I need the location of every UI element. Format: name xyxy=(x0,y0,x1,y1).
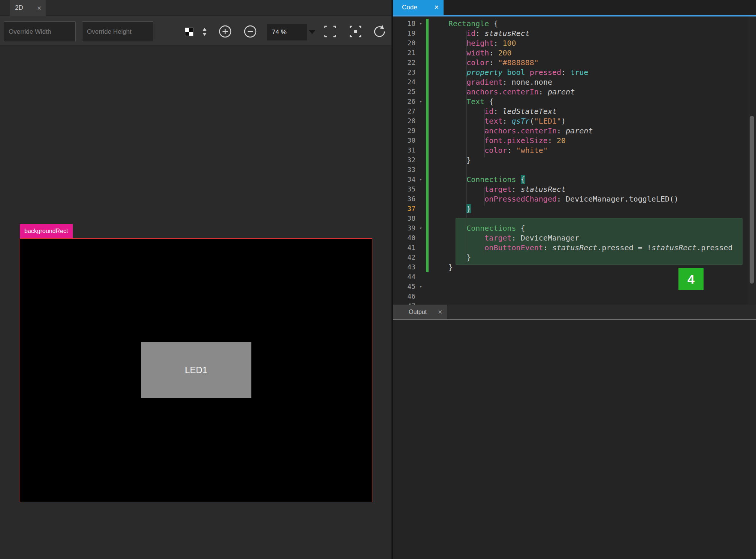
fold-column xyxy=(415,136,426,145)
code-line[interactable]: 47 xyxy=(393,301,756,305)
vcs-change-bar xyxy=(426,184,429,194)
vcs-change-bar xyxy=(426,301,429,305)
line-number: 42 xyxy=(393,253,415,262)
chevron-down-icon[interactable] xyxy=(309,30,315,34)
reset-view-button[interactable] xyxy=(371,23,388,40)
code-line[interactable]: 39▾ Connections { xyxy=(393,223,756,233)
scrollbar-thumb[interactable] xyxy=(750,116,754,284)
zoom-in-button[interactable] xyxy=(217,23,234,40)
close-icon[interactable]: ✕ xyxy=(37,5,42,11)
fold-column xyxy=(415,116,426,126)
code-text: id: ledStateText xyxy=(429,106,557,116)
fit-screen-button[interactable] xyxy=(321,23,339,40)
code-line[interactable]: 46 xyxy=(393,291,756,301)
code-line[interactable]: 18▾Rectangle { xyxy=(393,19,756,28)
background-rect-item[interactable]: LED1 xyxy=(20,238,372,502)
code-text xyxy=(429,291,448,301)
code-line[interactable]: 24 gradient: none.none xyxy=(393,77,756,87)
fold-column xyxy=(415,194,426,204)
qt-design-studio-window: 2D ✕ xyxy=(0,0,756,559)
vcs-change-bar xyxy=(426,77,429,87)
fold-column xyxy=(415,155,426,165)
code-line[interactable]: 25 anchors.centerIn: parent xyxy=(393,87,756,97)
vcs-change-bar xyxy=(426,145,429,155)
tab-2d[interactable]: 2D ✕ xyxy=(10,0,46,16)
code-text: Connections { xyxy=(429,175,525,184)
code-line[interactable]: 40 target: DeviceManager xyxy=(393,233,756,243)
fold-marker-icon[interactable]: ▾ xyxy=(415,97,426,106)
code-line[interactable]: 28 text: qsTr("LED1") xyxy=(393,116,756,126)
fold-marker-icon[interactable]: ▾ xyxy=(415,19,426,28)
code-text: color: "#888888" xyxy=(429,58,539,67)
code-line[interactable]: 34▾ Connections { xyxy=(393,175,756,184)
code-line[interactable]: 29 anchors.centerIn: parent xyxy=(393,126,756,136)
line-number: 19 xyxy=(393,28,415,38)
close-icon[interactable]: ✕ xyxy=(438,309,442,315)
code-line[interactable]: 37 } xyxy=(393,204,756,214)
zoom-selection-button[interactable] xyxy=(347,23,364,40)
code-text: } xyxy=(429,155,471,165)
code-line[interactable]: 35 target: statusRect xyxy=(393,184,756,194)
zoom-out-button[interactable] xyxy=(242,23,259,40)
vcs-change-bar xyxy=(426,67,429,77)
code-text: gradient: none.none xyxy=(429,77,552,87)
form-editor-tabbar: 2D ✕ xyxy=(0,0,391,16)
vcs-change-bar xyxy=(426,253,429,262)
fold-column xyxy=(415,77,426,87)
code-text: target: DeviceManager xyxy=(429,233,579,243)
vcs-change-bar xyxy=(426,136,429,145)
canvas-background-checker-icon[interactable] xyxy=(184,27,194,37)
vcs-change-bar xyxy=(426,262,429,272)
code-line[interactable]: 26▾ Text { xyxy=(393,97,756,106)
form-editor-canvas[interactable]: backgroundRect LED1 xyxy=(0,46,391,559)
fold-marker-icon[interactable]: ▾ xyxy=(415,175,426,184)
code-line[interactable]: 22 color: "#888888" xyxy=(393,58,756,67)
fold-marker-icon[interactable]: ▾ xyxy=(415,282,426,291)
fold-marker-icon[interactable]: ▾ xyxy=(415,223,426,233)
vcs-change-bar xyxy=(426,282,429,291)
step-badge: 4 xyxy=(678,268,704,290)
code-line[interactable]: 38 xyxy=(393,214,756,223)
background-stepper-arrows-icon[interactable] xyxy=(202,27,208,37)
code-line[interactable]: 19 id: statusRect xyxy=(393,28,756,38)
status-rect-item[interactable]: LED1 xyxy=(141,342,251,398)
tab-code[interactable]: Code ✕ xyxy=(393,0,444,15)
line-number: 44 xyxy=(393,272,415,282)
code-line[interactable]: 23 property bool pressed: true xyxy=(393,67,756,77)
code-line[interactable]: 20 height: 100 xyxy=(393,38,756,48)
override-height-input[interactable] xyxy=(82,21,153,42)
line-number: 45 xyxy=(393,282,415,291)
line-number: 26 xyxy=(393,97,415,106)
fold-column xyxy=(415,204,426,214)
output-pane[interactable] xyxy=(393,320,756,559)
output-tabbar: Output ✕ xyxy=(393,305,756,319)
line-number: 30 xyxy=(393,136,415,145)
code-line[interactable]: 41 onButtonEvent: statusRect.pressed = !… xyxy=(393,243,756,253)
zoom-level-select[interactable]: 74 % xyxy=(267,24,307,40)
code-line[interactable]: 36 onPressedChanged: DeviceManager.toggl… xyxy=(393,194,756,204)
line-number: 39 xyxy=(393,223,415,233)
code-line[interactable]: 30 font.pixelSize: 20 xyxy=(393,136,756,145)
code-line[interactable]: 33 xyxy=(393,165,756,175)
code-line[interactable]: 31 color: "white" xyxy=(393,145,756,155)
code-text xyxy=(429,165,448,175)
code-line[interactable]: 27 id: ledStateText xyxy=(393,106,756,116)
code-text: id: statusRect xyxy=(429,28,530,38)
tab-output[interactable]: Output ✕ xyxy=(393,305,447,319)
code-text: text: qsTr("LED1") xyxy=(429,116,566,126)
fold-column xyxy=(415,262,426,272)
selection-label: backgroundRect xyxy=(20,224,73,238)
fold-column xyxy=(415,291,426,301)
code-text xyxy=(429,214,448,223)
code-line[interactable]: 32 } xyxy=(393,155,756,165)
code-editor[interactable]: 18▾Rectangle {19 id: statusRect20 height… xyxy=(393,16,756,305)
form-editor-toolbar: 74 % xyxy=(0,16,391,46)
code-line[interactable]: 42 } xyxy=(393,253,756,262)
code-text: property bool pressed: true xyxy=(429,67,588,77)
code-line[interactable]: 21 width: 200 xyxy=(393,48,756,58)
vcs-change-bar xyxy=(426,204,429,214)
line-number: 24 xyxy=(393,77,415,87)
override-width-input[interactable] xyxy=(4,21,76,42)
editor-scrollbar[interactable] xyxy=(748,16,756,305)
close-icon[interactable]: ✕ xyxy=(434,4,439,10)
